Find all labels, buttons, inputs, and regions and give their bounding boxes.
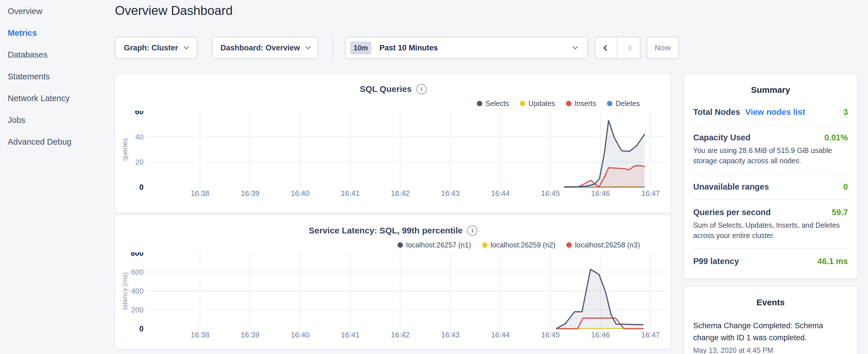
svg-text:16:47: 16:47 — [641, 189, 660, 198]
dashboard-dropdown[interactable]: Dashboard: Overview — [212, 37, 318, 59]
legend-dot — [398, 242, 403, 248]
legend-item-deletes[interactable]: Deletes — [607, 99, 640, 108]
view-nodes-list-link[interactable]: View nodes list — [745, 107, 805, 117]
divider — [693, 125, 848, 125]
legend-item-inserts[interactable]: Inserts — [566, 99, 596, 108]
svg-text:16:45: 16:45 — [541, 330, 560, 339]
summary-row-label: Unavailable ranges — [693, 182, 769, 192]
sidebar: Overview Metrics Databases Statements Ne… — [0, 0, 115, 159]
dashboard-dropdown-label: Dashboard: Overview — [220, 43, 300, 53]
sidebar-item-statements[interactable]: Statements — [8, 72, 115, 81]
svg-text:0: 0 — [139, 183, 144, 192]
chart-title: SQL Queries — [360, 84, 411, 94]
svg-text:16:43: 16:43 — [441, 330, 460, 339]
svg-text:200: 200 — [131, 305, 144, 314]
svg-text:16:46: 16:46 — [591, 330, 610, 339]
sidebar-item-metrics[interactable]: Metrics — [8, 28, 115, 38]
summary-row-label: Total Nodes — [693, 107, 740, 117]
service-latency-chart-card: Service Latency: SQL, 99th percentile i … — [115, 215, 672, 349]
svg-text:16:38: 16:38 — [191, 330, 209, 339]
svg-text:queries: queries — [121, 138, 129, 161]
info-icon[interactable]: i — [416, 84, 427, 94]
legend-dot — [607, 101, 612, 106]
chart-title-row: SQL Queries i — [115, 84, 671, 94]
legend-item-node1[interactable]: localhost:26257 (n1) — [398, 241, 471, 249]
summary-row-total-nodes: Total Nodes View nodes list 3 — [693, 107, 848, 117]
svg-text:60: 60 — [135, 111, 144, 116]
divider — [693, 174, 848, 174]
legend-item-selects[interactable]: Selects — [477, 99, 509, 108]
events-panel: Events Schema Change Completed: Schema c… — [683, 286, 858, 354]
graph-dropdown[interactable]: Graph: Cluster — [115, 37, 197, 59]
summary-row-label: P99 latency — [693, 257, 739, 266]
svg-text:16:40: 16:40 — [291, 189, 309, 198]
time-range-selector[interactable]: 10m Past 10 Minutes — [345, 37, 588, 59]
sidebar-item-overview[interactable]: Overview — [8, 6, 115, 16]
main-content: Overview Dashboard Graph: Cluster Dashbo… — [115, 0, 672, 354]
svg-text:600: 600 — [131, 268, 144, 277]
svg-text:16:45: 16:45 — [541, 189, 560, 198]
summary-row-value: 46.1 ms — [817, 257, 848, 266]
summary-panel: Summary Total Nodes View nodes list 3 Ca… — [683, 74, 858, 279]
legend-dot — [520, 101, 525, 106]
event-item[interactable]: Schema Change Completed: Schema change w… — [693, 320, 848, 354]
time-prev-button[interactable] — [595, 37, 618, 58]
legend-label: Selects — [486, 99, 509, 108]
svg-text:16:41: 16:41 — [341, 189, 360, 198]
legend-label: Updates — [528, 99, 555, 108]
svg-text:40: 40 — [135, 133, 144, 141]
summary-row-p99-latency: P99 latency 46.1 ms — [693, 257, 848, 266]
service-latency-chart[interactable]: 16:3816:3916:4016:4116:4216:4316:4416:45… — [115, 252, 671, 344]
sidebar-item-jobs[interactable]: Jobs — [8, 115, 115, 125]
svg-text:16:39: 16:39 — [241, 330, 259, 339]
sidebar-item-databases[interactable]: Databases — [8, 50, 115, 60]
summary-row-unavailable-ranges: Unavailable ranges 0 — [693, 182, 848, 192]
chevron-right-icon — [626, 45, 631, 51]
chart-title: Service Latency: SQL, 99th percentile — [309, 226, 463, 235]
svg-text:16:42: 16:42 — [391, 330, 409, 339]
divider — [693, 199, 848, 200]
chart-title-row: Service Latency: SQL, 99th percentile i — [115, 225, 671, 236]
chevron-down-icon — [184, 44, 189, 49]
time-next-button[interactable] — [618, 37, 640, 58]
summary-title: Summary — [693, 85, 848, 95]
summary-row-value: 3 — [843, 107, 848, 117]
sidebar-item-advanced-debug[interactable]: Advanced Debug — [8, 137, 115, 147]
svg-text:latency (ms): latency (ms) — [121, 272, 129, 310]
svg-text:16:40: 16:40 — [291, 330, 309, 339]
chevron-left-icon — [603, 45, 609, 51]
summary-row-queries-per-second: Queries per second 59.7 Sum of Selects, … — [693, 207, 848, 241]
chevron-down-icon — [306, 44, 311, 49]
summary-row-capacity-used: Capacity Used 0.01% You are using 28.6 M… — [693, 133, 848, 166]
event-timestamp: May 13, 2020 at 4:45 PM — [693, 346, 848, 354]
info-icon[interactable]: i — [467, 225, 477, 236]
legend-label: Inserts — [575, 99, 596, 108]
legend-label: localhost:26258 (n3) — [575, 241, 640, 249]
legend-label: localhost:26257 (n1) — [406, 241, 471, 249]
sql-queries-chart-card: SQL Queries i Selects Updates Inserts — [115, 73, 672, 213]
legend-item-node3[interactable]: localhost:26258 (n3) — [566, 241, 640, 249]
event-text: Schema Change Completed: Schema change w… — [693, 320, 848, 344]
legend-item-updates[interactable]: Updates — [520, 99, 555, 108]
legend-dot — [482, 242, 488, 248]
chart-legend: localhost:26257 (n1) localhost:26259 (n2… — [398, 241, 640, 249]
legend-dot — [566, 101, 571, 106]
divider — [693, 248, 848, 249]
svg-text:16:47: 16:47 — [641, 330, 660, 339]
svg-text:16:44: 16:44 — [491, 330, 510, 339]
svg-text:16:39: 16:39 — [241, 189, 259, 198]
sql-queries-chart[interactable]: 16:3816:3916:4016:4116:4216:4316:4416:45… — [115, 111, 671, 202]
events-title: Events — [693, 297, 848, 307]
graph-dropdown-label: Graph: Cluster — [124, 43, 178, 53]
summary-row-description: You are using 28.6 MiB of 515.9 GiB usab… — [693, 145, 848, 166]
chart-legend: Selects Updates Inserts Deletes — [477, 99, 640, 108]
svg-text:16:43: 16:43 — [441, 189, 460, 198]
summary-row-label: Queries per second — [693, 207, 771, 217]
svg-text:16:44: 16:44 — [491, 189, 510, 198]
legend-dot — [477, 101, 482, 106]
sidebar-item-network-latency[interactable]: Network Latency — [8, 93, 115, 103]
summary-row-value: 59.7 — [832, 207, 848, 217]
now-button[interactable]: Now — [647, 37, 679, 59]
legend-item-node2[interactable]: localhost:26259 (n2) — [482, 241, 556, 249]
svg-text:20: 20 — [135, 158, 144, 166]
